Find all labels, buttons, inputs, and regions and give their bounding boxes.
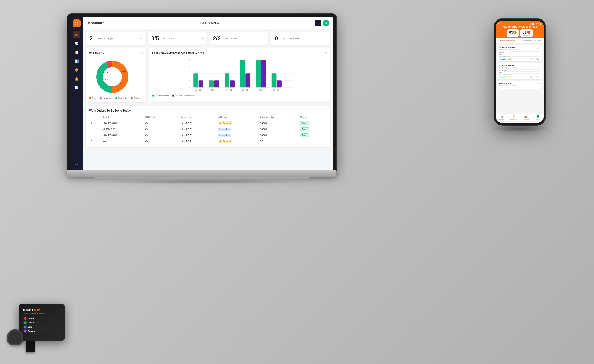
legend-inprogress: Inprogress [100, 97, 113, 99]
kpi-card-mro: 2 Total MRO Open ℹ [86, 32, 145, 45]
header-title: Dashboard [86, 21, 104, 25]
svg-text:38.7%: 38.7% [103, 79, 109, 81]
kpi-card-cost: 0 Total Cost Today ℹ [271, 32, 330, 45]
badge-status: Open [300, 121, 309, 125]
iot-led-power: Power [23, 317, 60, 320]
phone-wo-alert-icon-1: ⚠ [538, 46, 541, 50]
td-asset: Robotic Arm [101, 126, 142, 132]
table-row[interactable]: 1 CNC machine NA 2023-02-22 On Demand Na… [89, 120, 327, 126]
kpi-mro-label: Total MRO Open [95, 37, 115, 40]
phone-wo-code-row-2: WO Code [499, 69, 541, 71]
tab-open-work-order[interactable]: Open Work Order [496, 39, 520, 43]
th-assigned: Assigned To [258, 114, 298, 120]
sidebar-item-settings[interactable]: ⚙ [73, 160, 80, 168]
svg-rect-0 [75, 22, 76, 23]
svg-rect-28 [230, 80, 235, 87]
sidebar-item-inventory[interactable]: 📦 [73, 66, 80, 74]
phone-status-bar: 12:25 ▌▌▌ WiFi 🔋 [498, 23, 541, 25]
badge-type: Preventive [218, 133, 231, 137]
legend-dot-onhold [131, 97, 133, 99]
wo-trends-title: WO Trends ≡ [89, 52, 143, 55]
badge-status: Open [300, 127, 309, 131]
td-date: 2023-02-22 [178, 120, 216, 126]
donut-legend: Open Inprogress Completed [89, 97, 143, 99]
svg-text:25 Feb: 25 Feb [242, 89, 248, 91]
td-status: Open [298, 132, 327, 138]
phone-wo-alert-icon-2: ⚠ [538, 64, 541, 68]
sidebar-item-reports[interactable]: 📊 [73, 58, 80, 65]
phone-wo-hours-row-1: Total work hours [499, 56, 541, 57]
charts-row: WO Trends ≡ [86, 48, 330, 102]
phone-nav-dashboard[interactable]: ⊞ Dashboard [496, 115, 508, 120]
svg-text:26 Feb: 26 Feb [257, 89, 264, 91]
legend-wo-completed: WO Completed [152, 95, 169, 97]
sidebar-item-messages[interactable]: 💬 [73, 40, 80, 47]
badge-proactive-2: Proactive [499, 76, 507, 78]
iot-led-online-indicator [24, 322, 27, 324]
phone-wo-badges-2: Proactive Low 📋 Checklist→ [499, 76, 541, 78]
phone-nav-profile[interactable]: 👤 Profile [532, 115, 544, 120]
table-header-row: Asset MRO Code Target Date WO Type Assig… [89, 114, 327, 120]
phone-nav-profile-icon: 👤 [532, 115, 544, 119]
checklist-link-2[interactable]: 📋 Checklist→ [530, 76, 541, 78]
td-type: Preventive [216, 126, 258, 132]
phone-wo-item-3[interactable]: Battery Check Target Date : 2023-05-12 ⚠ [498, 81, 542, 89]
badge-type: Preventive [218, 127, 231, 131]
table-row[interactable]: 4 NA NA 2023-02-08 On Demand NA [89, 138, 327, 144]
checklist-link-1[interactable]: 📋 Checklist→ [530, 58, 541, 60]
dashboard: ⊞ 💬 📋 📊 📦 🔔 📄 ⚙ Dashboard [71, 17, 333, 170]
kpi-wo-info: ℹ [202, 37, 203, 40]
phone-nav-inventory[interactable]: 📦 Inventory [520, 115, 532, 120]
th-id [89, 114, 101, 120]
phone-wo-date-3: Target Date : 2023-05-12 [499, 85, 517, 86]
table-row[interactable]: 3 CNC machine NA 2023-02-24 Preventive N… [89, 132, 327, 138]
add-button[interactable]: + [315, 20, 321, 26]
kpi-cost-value: 0 [275, 35, 278, 42]
sidebar-item-dashboard[interactable]: ⊞ [73, 31, 80, 39]
svg-rect-29 [240, 60, 245, 87]
phone-wo-item-1[interactable]: Inspect Trasformer Target Date : 2023-05… [498, 45, 542, 61]
phone-todo-num: 09 [509, 30, 513, 34]
phone-work-order-list: Inspect Trasformer Target Date : 2023-05… [496, 44, 544, 115]
tab-completed-work-order[interactable]: Completed Work Order [520, 39, 544, 43]
phone-nav-workorder-icon: 📋 [508, 115, 520, 119]
td-assigned: Nagaraj B S [258, 126, 298, 132]
phone-nav-workorder[interactable]: 📋 WorkOrder [508, 115, 520, 120]
donut-chart: 8.3% 38.7% 44.7% 8.3% [89, 57, 135, 94]
phone-company: ABC MAINTENANCE SERVICES [498, 26, 541, 28]
kpi-cost-info: ℹ [325, 37, 326, 40]
sidebar-item-workorders[interactable]: 📋 [73, 49, 80, 56]
svg-text:4: 4 [189, 65, 190, 68]
maintenance-chart-card: Last 7 Days Maintenance Effectiveness ≡ … [149, 48, 330, 102]
iot-led-power-label: Power [28, 318, 34, 320]
iot-led-data: Data [23, 325, 60, 329]
phone-wo-item-2[interactable]: Inspect Trasformer Target Date : 2023-05… [498, 63, 542, 79]
phone-screen: 12:25 ▌▌▌ WiFi 🔋 ABC MAINTENANCE SERVICE… [496, 21, 544, 123]
legend-dot-wo-completed [152, 95, 154, 97]
kpi-cost-label: Total Cost Today [281, 37, 299, 40]
td-mro: NA [142, 132, 178, 138]
phone: 12:25 ▌▌▌ WiFi 🔋 ABC MAINTENANCE SERVICE… [494, 19, 545, 125]
phone-wo-date-1: Target Date : 2023-05-04 [499, 49, 517, 51]
phone-completed-num: 31 [523, 30, 527, 34]
kpi-assets-value: 2/2 [213, 35, 221, 42]
phone-stat-completed: 31 ✓ Completed [520, 29, 533, 37]
sidebar-item-documents[interactable]: 📄 [73, 84, 80, 91]
iot-led-online-label: Online [28, 322, 34, 324]
kpi-wo-label: WO Today [162, 37, 174, 40]
svg-text:3: 3 [189, 72, 190, 75]
svg-text:27 Feb: 27 Feb [273, 89, 279, 91]
phone-nav-dashboard-icon: ⊞ [496, 115, 508, 119]
table-row[interactable]: 2 Robotic Arm NA 2023-02-24 Preventive N… [89, 126, 327, 132]
td-asset: NA [101, 138, 142, 144]
phone-wo-code-row-1: WO Code [499, 52, 541, 53]
badge-status: Open [300, 133, 309, 137]
phone-todo-icon: 📋 [513, 31, 517, 34]
sensor-clamp [7, 329, 23, 345]
sidebar-item-notifications[interactable]: 🔔 [73, 75, 80, 83]
th-status: Status [298, 114, 327, 120]
svg-text:2: 2 [189, 79, 190, 82]
badge-proactive-1: Proactive [499, 58, 507, 60]
phone-nav: ⊞ Dashboard 📋 WorkOrder 📦 Inventory 👤 Pr… [496, 114, 544, 121]
td-id: 4 [89, 138, 101, 144]
